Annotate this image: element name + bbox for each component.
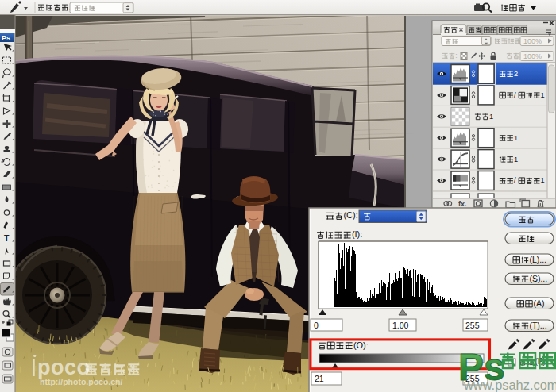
svg-text:(I):: (I): [352, 229, 362, 239]
svg-text:2: 2 [514, 70, 518, 78]
svg-text:fx.: fx. [458, 200, 467, 208]
svg-text:100%: 100% [523, 37, 542, 45]
svg-text:(C):: (C): [343, 210, 357, 220]
svg-text:1: 1 [489, 113, 493, 121]
svg-text:255: 255 [465, 321, 480, 330]
svg-text:www.psahz.com: www.psahz.com [463, 378, 556, 392]
svg-text:1: 1 [541, 91, 545, 99]
svg-text:1: 1 [541, 176, 545, 184]
svg-text:(L)...: (L)... [529, 255, 546, 264]
svg-text:T: T [4, 233, 10, 243]
svg-text:poco: poco [37, 355, 91, 379]
svg-text:(T)...: (T)... [529, 321, 546, 330]
svg-text:(A): (A) [533, 298, 544, 308]
svg-text:/: / [514, 91, 516, 99]
svg-text:1.00: 1.00 [392, 321, 409, 330]
svg-text:0: 0 [314, 321, 319, 330]
svg-text:21: 21 [315, 374, 324, 383]
svg-text::: : [455, 52, 457, 60]
svg-text:http://photo.poco.cn/: http://photo.poco.cn/ [40, 377, 122, 386]
svg-text:1: 1 [514, 134, 518, 142]
svg-text:100%: 100% [523, 52, 542, 60]
svg-text:/: / [514, 176, 516, 184]
svg-text:Ps: Ps [2, 34, 10, 42]
svg-text:(O):: (O): [353, 340, 369, 350]
svg-text:1: 1 [514, 156, 518, 163]
svg-text:(S)...: (S)... [529, 274, 547, 283]
